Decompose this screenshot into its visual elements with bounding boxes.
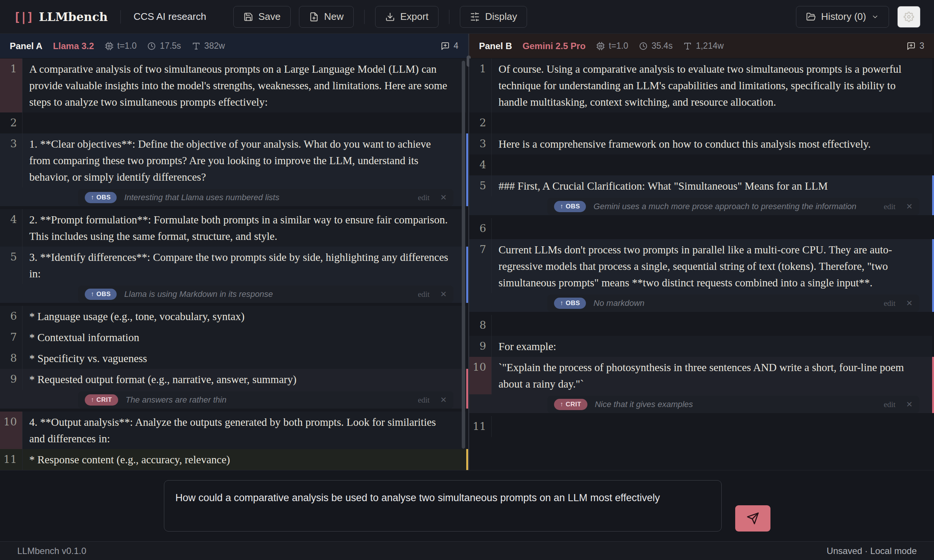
annotation-badge: ↑OBS [554,298,586,309]
line-row[interactable]: 4 [469,154,932,175]
line-row[interactable]: 8* Specificity vs. vagueness [0,348,466,369]
line-number: 2 [0,112,23,134]
line-row[interactable]: 31. **Clear objectives**: Define the obj… [0,134,466,188]
annotation-close-button[interactable]: ✕ [440,290,447,299]
line-row[interactable]: 6* Language usage (e.g., tone, vocabular… [0,306,466,327]
annotation-type: CRIT [96,396,112,404]
display-button[interactable]: Display [460,6,527,28]
annotation-row: ↑OBSInteresting that Llama uses numbered… [78,189,453,206]
line-row[interactable]: 3Here is a comprehensive framework on ho… [469,134,932,154]
line-block: 10`"Explain the process of photosynthesi… [469,357,934,413]
line-row[interactable]: 2 [0,112,466,134]
line-row[interactable]: 9* Requested output format (e.g., narrat… [0,369,466,390]
annotation-text: Gemini uses a much more prose approach t… [593,202,876,211]
annotation-edit-button[interactable]: edit [884,400,896,409]
line-text [492,416,932,437]
annotation-text: Nice that it gives examples [595,400,876,409]
gear-icon [904,12,914,22]
annotation-edit-button[interactable]: edit [418,395,430,405]
line-text [23,112,466,134]
line-row[interactable]: 104. **Output analysis**: Analyze the ou… [0,412,466,449]
line-block: 5### First, A Crucial Clarification: Wha… [469,175,934,215]
line-row[interactable]: 11* Response content (e.g., accuracy, re… [0,449,466,470]
time-value: 35.4s [652,41,672,51]
line-number: 11 [0,449,23,470]
line-row[interactable]: 6 [469,218,932,239]
app-header: [|] LLMbench CCS AI research Save New Ex… [0,0,934,34]
annotation-close-button[interactable]: ✕ [440,193,447,202]
folder-icon [806,12,816,22]
line-row[interactable]: 7* Contextual information [0,327,466,348]
line-row[interactable]: 5### First, A Crucial Clarification: Wha… [469,175,932,196]
line-text: A comparative analysis of two simultaneo… [23,58,466,112]
panel-a-scrollbar[interactable] [462,61,465,449]
line-text [492,154,932,175]
line-number: 4 [0,209,23,247]
export-label: Export [400,11,428,23]
header-right: History (0) [796,6,920,28]
panel-a: Panel A Llama 3.2 t=1.0 17.5s 382w [0,34,468,470]
type-icon [683,42,692,51]
line-block: 4 [469,154,934,175]
line-row[interactable]: 10`"Explain the process of photosynthesi… [469,357,932,394]
panel-label: Panel A [10,41,42,51]
save-label: Save [259,11,281,23]
word-count-stat: 1,214w [683,41,724,51]
line-block: 3Here is a comprehensive framework on ho… [469,134,934,154]
line-number: 6 [469,218,492,239]
line-number: 7 [469,239,492,293]
line-row[interactable]: 7Current LLMs don't process two prompts … [469,239,932,293]
annotation-close-button[interactable]: ✕ [906,299,912,308]
workspace-name: CCS AI research [134,11,206,23]
annotation-edit-button[interactable]: edit [418,290,430,299]
annotation-edit-button[interactable]: edit [418,193,430,202]
line-number: 9 [0,369,23,390]
export-button[interactable]: Export [375,6,438,28]
annotation-type: OBS [96,194,111,201]
annotation-row: ↑OBSLlama is using Markdown in its respo… [78,286,453,303]
panel-b-header: Panel B Gemini 2.5 Pro t=1.0 35.4s 1,214… [469,34,934,58]
line-row[interactable]: 11 [469,416,932,437]
line-row[interactable]: 1Of course. Using a comparative analysis… [469,58,932,112]
comment-count[interactable]: 3 [906,41,924,51]
line-row[interactable]: 9For example: [469,336,932,357]
line-row[interactable]: 53. **Identify differences**: Compare th… [0,247,466,284]
annotation-row: ↑CRITNice that it gives examplesedit✕ [547,396,919,413]
file-plus-icon [309,12,319,22]
annotation-edit-button[interactable]: edit [884,202,896,211]
line-row[interactable]: 8 [469,315,932,336]
paper-plane-icon [746,512,759,525]
up-arrow-icon: ↑ [560,401,563,408]
line-number: 4 [469,154,492,175]
up-arrow-icon: ↑ [91,194,94,201]
new-button[interactable]: New [299,6,354,28]
prompt-input[interactable]: How could a comparative analysis be used… [164,480,722,532]
line-number: 10 [0,412,23,449]
line-text: `"Explain the process of photosynthesis … [492,357,932,394]
annotation-text: No markdown [593,298,876,308]
line-number: 5 [0,247,23,284]
annotation-close-button[interactable]: ✕ [440,395,447,405]
comment-count[interactable]: 4 [441,41,458,51]
line-number: 7 [0,327,23,348]
annotation-close-button[interactable]: ✕ [906,202,912,211]
app-title: LLMbench [39,10,108,24]
send-button[interactable] [735,505,771,532]
line-number: 5 [469,175,492,196]
history-label: History (0) [821,11,866,23]
panel-a-body: 1A comparative analysis of two simultane… [0,58,468,470]
line-text: 4. **Output analysis**: Analyze the outp… [23,412,466,449]
line-text: ### First, A Crucial Clarification: What… [492,175,932,196]
line-row[interactable]: 1A comparative analysis of two simultane… [0,58,466,112]
line-number: 3 [0,134,23,188]
settings-button[interactable] [897,6,920,28]
line-row[interactable]: 2 [469,112,932,134]
panel-b: Panel B Gemini 2.5 Pro t=1.0 35.4s 1,214… [469,34,934,470]
annotation-edit-button[interactable]: edit [884,299,896,308]
annotation-close-button[interactable]: ✕ [906,400,912,409]
line-row[interactable]: 42. **Prompt formulation**: Formulate bo… [0,209,466,247]
history-button[interactable]: History (0) [796,6,889,28]
save-button[interactable]: Save [233,6,291,28]
line-text [492,112,932,134]
time-stat: 35.4s [639,41,672,51]
